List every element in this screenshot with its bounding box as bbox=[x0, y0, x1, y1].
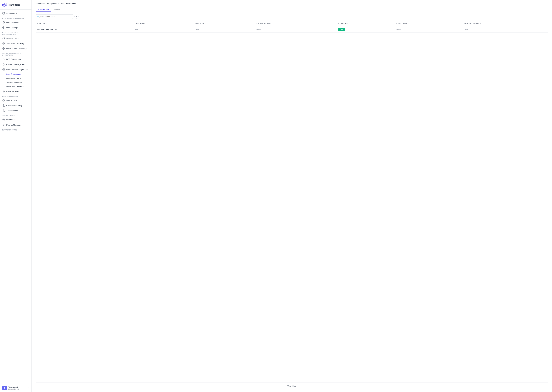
consent-management-icon bbox=[2, 63, 5, 66]
privacy-center-icon bbox=[2, 90, 5, 93]
svg-point-11 bbox=[3, 27, 4, 27]
contract-scanning-icon bbox=[2, 104, 5, 107]
structured-discovery-icon bbox=[2, 42, 5, 45]
col-identifier: IDENTIFIER bbox=[36, 21, 132, 26]
sidebar: Transcend Action Items DATA ASSET INTELL… bbox=[0, 0, 32, 392]
col-custom-purpose: CUSTOM PURPOSE bbox=[254, 21, 336, 26]
sidebar-item-unstructured-discovery[interactable]: Unstructured Discovery bbox=[0, 46, 31, 51]
cell-custom-purpose[interactable]: Select... bbox=[254, 26, 336, 33]
sidebar-item-consent-management[interactable]: Consent Management bbox=[0, 62, 31, 67]
silo-discovery-label: Silo Discovery bbox=[6, 37, 19, 39]
pathfinder-label: Pathfinder bbox=[6, 119, 15, 121]
tab-preferences[interactable]: Preferences bbox=[36, 7, 51, 12]
data-lineage-label: Data Lineage bbox=[6, 27, 18, 29]
add-filter-button[interactable]: + bbox=[74, 15, 79, 19]
sidebar-item-privacy-center[interactable]: Privacy Center bbox=[0, 89, 31, 94]
sidebar-item-prompt-manager[interactable]: Prompt Manager bbox=[0, 122, 31, 127]
svg-point-32 bbox=[3, 100, 4, 101]
sidebar-item-contract-scanning[interactable]: Contract Scanning bbox=[0, 103, 31, 108]
section-data-asset-intelligence: DATA ASSET INTELLIGENCE bbox=[0, 16, 31, 20]
sidebar-item-silo-discovery[interactable]: Silo Discovery bbox=[0, 35, 31, 41]
product-updates-select[interactable]: Select... bbox=[464, 28, 471, 30]
sidebar-subitem-action-item-checklists[interactable]: Action Item Checklists bbox=[0, 84, 31, 89]
section-data-discovery: DATA DISCOVERY & CLASSIFICATION bbox=[0, 30, 31, 35]
col-functional: FUNCTIONAL bbox=[132, 21, 193, 26]
preference-management-icon bbox=[2, 68, 5, 71]
cell-product-updates[interactable]: Select... bbox=[462, 26, 548, 33]
sidebar-nav: Action Items DATA ASSET INTELLIGENCE Dat… bbox=[0, 10, 31, 384]
preference-management-label: Preference Management bbox=[6, 69, 28, 71]
sidebar-item-assessments[interactable]: Assessments bbox=[0, 108, 31, 113]
view-more-label: View More bbox=[287, 385, 296, 387]
pathfinder-icon bbox=[2, 119, 5, 121]
user-preferences-label: User Preferences bbox=[6, 73, 22, 75]
consent-workflows-label: Consent Workflows bbox=[6, 81, 22, 84]
svg-point-30 bbox=[3, 91, 4, 92]
web-auditor-label: Web Auditor bbox=[6, 99, 17, 101]
breadcrumb-separator: › bbox=[58, 3, 59, 5]
tab-bar: Preferences Settings bbox=[32, 6, 552, 12]
action-items-icon bbox=[2, 12, 5, 15]
view-more-button[interactable]: View More bbox=[36, 383, 548, 389]
cell-newsletters[interactable]: Select... bbox=[394, 26, 462, 33]
functional-select[interactable]: Select... bbox=[134, 28, 141, 30]
preferences-table: IDENTIFIER FUNCTIONAL SALEOFINFO CUSTOM … bbox=[36, 21, 548, 33]
filter-input[interactable] bbox=[36, 14, 73, 19]
structured-discovery-label: Structured Discovery bbox=[6, 42, 24, 44]
svg-point-2 bbox=[4, 4, 5, 5]
filter-row: 🔍 + bbox=[36, 14, 548, 19]
nav-action-items[interactable]: Action Items bbox=[0, 11, 31, 16]
svg-rect-26 bbox=[3, 69, 5, 70]
breadcrumb-parent[interactable]: Preference Management bbox=[36, 3, 57, 5]
footer-sub: Michael Farrell bbox=[8, 388, 27, 390]
consent-management-label: Consent Management bbox=[6, 63, 25, 65]
sidebar-subitem-preference-topics[interactable]: Preference Topics bbox=[0, 76, 31, 80]
silo-discovery-icon bbox=[2, 37, 5, 40]
svg-point-13 bbox=[3, 28, 4, 28]
cell-functional[interactable]: Select... bbox=[132, 26, 193, 33]
action-item-checklists-label: Action Item Checklists bbox=[6, 85, 24, 88]
sidebar-item-pathfinder[interactable]: Pathfinder bbox=[0, 117, 31, 122]
svg-line-39 bbox=[5, 106, 5, 107]
svg-point-46 bbox=[3, 119, 4, 120]
cell-saleofinfo[interactable]: Select... bbox=[193, 26, 254, 33]
assessments-label: Assessments bbox=[6, 110, 18, 112]
sidebar-item-dsr-automation[interactable]: DSR Automation bbox=[0, 56, 31, 62]
web-auditor-icon bbox=[2, 99, 5, 102]
saleofinfo-select[interactable]: Select... bbox=[195, 28, 202, 30]
col-saleofinfo: SALEOFINFO bbox=[193, 21, 254, 26]
data-inventory-icon bbox=[2, 21, 5, 24]
logo[interactable]: Transcend bbox=[0, 0, 31, 10]
custom-purpose-select[interactable]: Select... bbox=[256, 28, 262, 30]
contract-scanning-label: Contract Scanning bbox=[6, 105, 22, 107]
breadcrumb-current: User Preferences bbox=[60, 3, 76, 5]
content-area: 🔍 + IDENTIFIER FUNCTIONAL SALEOFINFO CUS… bbox=[32, 12, 552, 392]
unstructured-discovery-icon bbox=[2, 47, 5, 50]
dsr-automation-label: DSR Automation bbox=[6, 58, 21, 60]
section-autonomous-privacy: AUTONOMOUS PRIVACY OPERATIONS bbox=[0, 51, 31, 56]
sidebar-footer[interactable]: T Transcend Michael Farrell ▾ bbox=[0, 384, 31, 392]
tab-settings[interactable]: Settings bbox=[51, 7, 62, 12]
sidebar-subitem-user-preferences[interactable]: User Preferences bbox=[0, 72, 31, 76]
data-lineage-icon bbox=[2, 26, 5, 29]
preference-topics-label: Preference Topics bbox=[6, 77, 21, 79]
cell-marketing[interactable]: True bbox=[336, 26, 394, 33]
sidebar-item-web-auditor[interactable]: Web Auditor bbox=[0, 98, 31, 103]
prompt-manager-icon bbox=[2, 124, 5, 126]
transcend-logo-icon bbox=[2, 3, 7, 7]
breadcrumb: Preference Management › User Preferences bbox=[32, 0, 552, 5]
prompt-manager-label: Prompt Manager bbox=[6, 124, 21, 126]
logo-text: Transcend bbox=[8, 3, 20, 6]
col-product-updates: PRODUCT UPDATES bbox=[462, 21, 548, 26]
table-header-row: IDENTIFIER FUNCTIONAL SALEOFINFO CUSTOM … bbox=[36, 21, 548, 26]
chevron-down-icon: ▾ bbox=[28, 387, 29, 389]
sidebar-item-preference-management[interactable]: Preference Management bbox=[0, 67, 31, 72]
sidebar-item-structured-discovery[interactable]: Structured Discovery bbox=[0, 41, 31, 46]
col-marketing: MARKETING bbox=[336, 21, 394, 26]
sidebar-subitem-consent-workflows[interactable]: Consent Workflows bbox=[0, 80, 31, 84]
newsletters-select[interactable]: Select... bbox=[396, 28, 402, 30]
sidebar-item-data-inventory[interactable]: Data Inventory bbox=[0, 20, 31, 25]
sidebar-item-data-lineage[interactable]: Data Lineage bbox=[0, 25, 31, 30]
col-newsletters: NEWSLETTERS bbox=[394, 21, 462, 26]
avatar: T bbox=[2, 386, 7, 390]
